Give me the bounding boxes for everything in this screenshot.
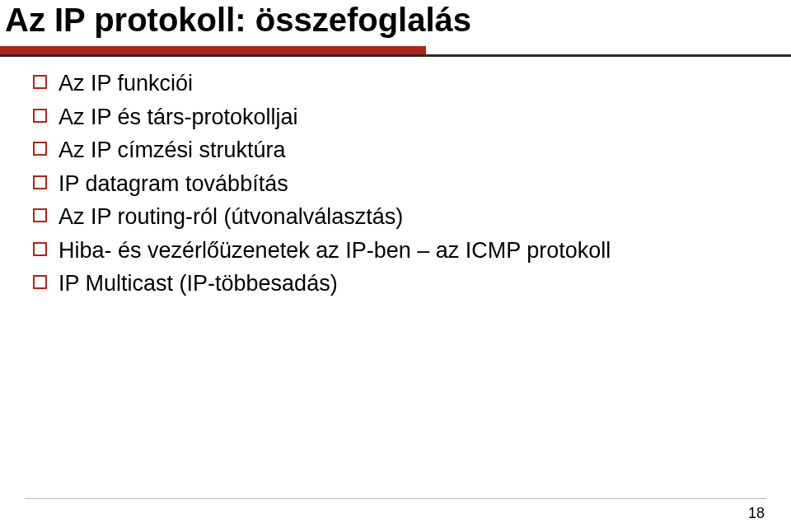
list-item-text: IP datagram továbbítás	[59, 170, 288, 198]
list-item: Hiba- és vezérlőüzenetek az IP-ben – az …	[33, 236, 758, 265]
list-item-text: Az IP funkciói	[59, 69, 193, 98]
square-bullet-icon	[33, 242, 47, 256]
list-item-text: Az IP routing-ról (útvonalválasztás)	[59, 203, 403, 231]
square-bullet-icon	[33, 109, 47, 123]
title-rule	[0, 46, 791, 57]
slide: Az IP protokoll: összefoglalás Az IP fun…	[0, 0, 791, 532]
list-item: Az IP routing-ról (útvonalválasztás)	[33, 203, 758, 231]
list-item-text: Az IP címzési struktúra	[59, 136, 286, 165]
title-rule-base	[0, 54, 791, 57]
square-bullet-icon	[33, 142, 47, 156]
list-item-text: Hiba- és vezérlőüzenetek az IP-ben – az …	[59, 236, 611, 265]
square-bullet-icon	[33, 275, 47, 289]
square-bullet-icon	[33, 75, 47, 89]
bullet-list: Az IP funkciói Az IP és társ-protokollja…	[33, 69, 758, 303]
list-item-text: IP Multicast (IP-többesadás)	[59, 269, 338, 298]
page-number: 18	[748, 505, 765, 522]
list-item: Az IP funkciói	[33, 69, 758, 98]
list-item: IP Multicast (IP-többesadás)	[33, 269, 758, 298]
list-item: Az IP és társ-protokolljai	[33, 103, 758, 132]
list-item: Az IP címzési struktúra	[33, 136, 758, 165]
list-item-text: Az IP és társ-protokolljai	[59, 103, 298, 132]
slide-title: Az IP protokoll: összefoglalás	[5, 2, 471, 39]
list-item: IP datagram továbbítás	[33, 170, 758, 198]
title-rule-accent	[0, 46, 426, 54]
square-bullet-icon	[33, 175, 47, 189]
footer-divider	[25, 498, 766, 499]
square-bullet-icon	[33, 208, 47, 222]
